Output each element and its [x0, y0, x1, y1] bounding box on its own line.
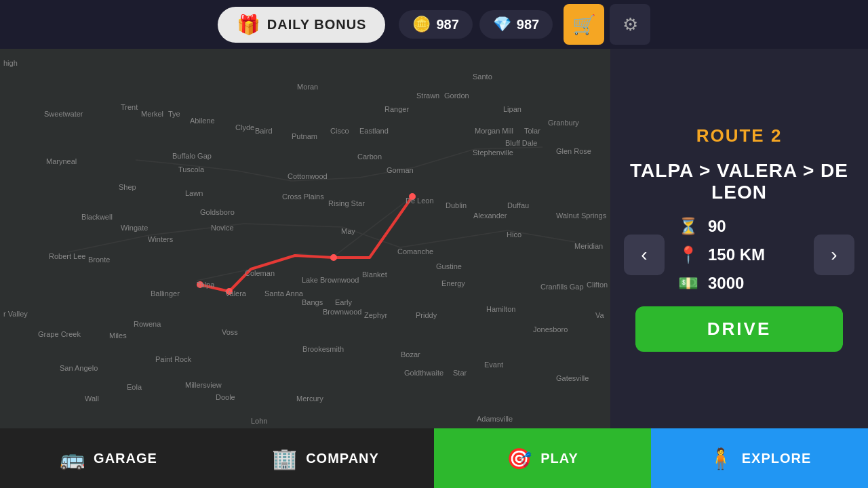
next-route-button[interactable]: ›: [814, 235, 854, 275]
reward-value: 3000: [708, 274, 744, 293]
map-label: Santa Anna: [264, 289, 303, 298]
map-label: Cottonwood: [288, 172, 328, 180]
map-label: Ranger: [384, 105, 409, 113]
map-label: Bluff Dale: [505, 139, 538, 147]
map-label: Novice: [211, 224, 234, 232]
map-label: Mercury: [296, 394, 323, 403]
svg-line-11: [68, 235, 149, 252]
map-label: Trent: [121, 103, 138, 111]
map-label: Eola: [127, 383, 142, 391]
map-label: Brookesmith: [302, 345, 344, 353]
map-label: Walnut Springs: [556, 211, 606, 220]
settings-button[interactable]: ⚙: [610, 4, 650, 45]
map-label: Santo: [473, 73, 492, 81]
map-label: Talpa: [197, 281, 214, 289]
map-label: De Leon: [406, 197, 434, 205]
map-label: Shep: [119, 183, 136, 191]
map-label: Tye: [168, 110, 180, 118]
map-label: Moran: [297, 83, 318, 91]
prev-route-button[interactable]: ‹: [624, 235, 665, 275]
map-label: Priddy: [416, 311, 437, 319]
map-label: Granbury: [548, 119, 579, 127]
map-label: Comanche: [397, 247, 433, 256]
gem-icon: 💎: [493, 16, 511, 33]
map-label: Hamilton: [486, 305, 515, 313]
svg-point-19: [330, 254, 337, 261]
top-bar: 🎁 DAILY BONUS 🪙 987 💎 987 🛒 ⚙: [0, 0, 868, 49]
svg-line-13: [244, 224, 342, 227]
nav-company[interactable]: 🏢 COMPANY: [217, 428, 434, 488]
coins-display: 🪙 987: [399, 10, 472, 39]
play-icon: 🎯: [507, 447, 532, 470]
garage-label: GARAGE: [94, 451, 157, 466]
map-label: Strawn: [416, 92, 439, 100]
map-label: Rowena: [134, 320, 161, 328]
map-label: Brownwood: [323, 308, 361, 316]
map-label: Bozar: [401, 350, 420, 359]
map-label: Doole: [216, 393, 235, 401]
map-label: Cisco: [330, 127, 349, 135]
map-label: Jonesboro: [533, 325, 568, 333]
map-label: Eastland: [359, 127, 389, 135]
map-label: Paint Rock: [155, 355, 191, 363]
map-label: Clyde: [235, 123, 254, 131]
drive-button[interactable]: DRIVE: [635, 306, 843, 352]
svg-line-6: [237, 171, 292, 181]
money-icon: 💵: [678, 274, 698, 293]
map-label: r Valley: [3, 310, 28, 318]
route-name: TALPA > VALERA > DE LEON: [624, 160, 854, 203]
map-label: Early: [335, 298, 352, 306]
play-label: PLAY: [540, 451, 578, 466]
map-label: Winters: [148, 235, 173, 243]
svg-line-4: [136, 160, 190, 165]
map-label: Sweetwater: [44, 110, 83, 118]
coins-value: 987: [436, 17, 458, 33]
map-label: Hico: [507, 230, 521, 239]
settings-icon: ⚙: [623, 14, 638, 35]
map-label: Gorman: [387, 166, 414, 174]
map-label: Glen Rose: [556, 147, 591, 155]
map-label: Star: [453, 369, 467, 377]
map-label: Abilene: [190, 117, 215, 125]
route-panel: ROUTE 2 TALPA > VALERA > DE LEON ‹ ⏳ 90 …: [610, 49, 868, 428]
company-label: COMPANY: [306, 451, 379, 466]
distance-value: 150 KM: [708, 245, 765, 264]
map-label: Lake Brownwood: [302, 276, 359, 284]
gift-icon: 🎁: [237, 14, 260, 36]
svg-line-15: [400, 230, 507, 247]
map-label: Merkel: [141, 110, 163, 118]
nav-play[interactable]: 🎯 PLAY: [434, 428, 651, 488]
map-label: Rising Star: [328, 199, 365, 207]
shop-button[interactable]: 🛒: [564, 4, 604, 45]
map-label: Cross Plains: [282, 192, 324, 201]
map-label: Carbon: [357, 152, 382, 161]
garage-icon: 🚌: [60, 447, 85, 470]
map-label: high: [3, 59, 18, 67]
map-label: Tuscola: [178, 165, 204, 174]
map-label: Voss: [222, 328, 238, 336]
map-label: Va: [595, 311, 604, 319]
map-label: Stephenville: [473, 148, 513, 157]
map-label: Bronte: [88, 256, 110, 264]
map-label: Lipan: [503, 105, 521, 113]
map-area[interactable]: highSweetwaterTrentMerkelTyeAbileneMoran…: [0, 49, 610, 428]
map-background: highSweetwaterTrentMerkelTyeAbileneMoran…: [0, 49, 610, 428]
map-label: Valera: [225, 289, 246, 298]
time-value: 90: [708, 217, 726, 236]
daily-bonus-label: DAILY BONUS: [267, 17, 367, 33]
daily-bonus-button[interactable]: 🎁 DAILY BONUS: [218, 7, 386, 43]
map-label: Bangs: [302, 298, 323, 306]
explore-icon: 🧍: [708, 447, 734, 470]
map-label: Cranfills Gap: [540, 283, 584, 291]
nav-garage[interactable]: 🚌 GARAGE: [0, 428, 217, 488]
map-label: Blanket: [362, 270, 387, 279]
map-label: Ballinger: [151, 289, 180, 298]
map-label: Alexander: [473, 211, 507, 220]
route-title: ROUTE 2: [696, 125, 783, 146]
gems-display: 💎 987: [479, 10, 553, 39]
map-label: Energy: [441, 279, 465, 287]
nav-explore[interactable]: 🧍 EXPLORE: [651, 428, 868, 488]
map-label: Coleman: [245, 269, 275, 277]
clock-icon: ⏳: [678, 217, 698, 236]
map-label: Wall: [85, 394, 99, 403]
